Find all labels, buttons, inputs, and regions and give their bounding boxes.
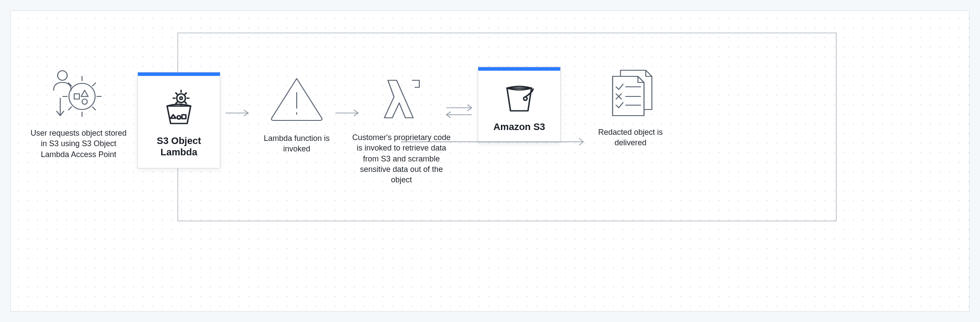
node-redacted: Redacted object is delivered (587, 67, 674, 148)
card-amazon-s3: Amazon S3 (478, 67, 561, 143)
svg-line-25 (176, 102, 177, 103)
arrow-long-right-icon (400, 133, 588, 151)
node-user-request-caption: User requests object stored in S3 using … (28, 128, 129, 160)
svg-rect-10 (74, 94, 79, 99)
arrow-right-icon (335, 109, 362, 117)
documents-icon (602, 67, 659, 119)
svg-line-7 (93, 83, 96, 86)
svg-point-12 (82, 99, 87, 104)
svg-point-15 (177, 116, 181, 119)
node-customer-code: Customer's proprietary code is invoked t… (349, 72, 454, 185)
svg-line-23 (176, 93, 177, 94)
user-gear-icon (48, 68, 109, 120)
svg-point-18 (180, 97, 182, 99)
diagram-canvas: User requests object stored in S3 using … (10, 10, 970, 312)
node-user-request: User requests object stored in S3 using … (28, 68, 129, 160)
node-redacted-caption: Redacted object is delivered (591, 127, 670, 148)
svg-marker-11 (81, 90, 88, 96)
card-s3-object-lambda-title: S3 Object Lambda (157, 135, 201, 158)
card-s3-object-lambda: S3 Object Lambda (137, 72, 220, 168)
card-accent-bar (478, 67, 560, 71)
arrow-right-icon (225, 109, 252, 117)
svg-rect-16 (182, 115, 186, 119)
svg-line-26 (185, 102, 186, 103)
svg-line-24 (185, 93, 186, 94)
svg-line-9 (93, 107, 96, 110)
svg-point-17 (177, 94, 185, 103)
warning-triangle-icon (268, 73, 325, 125)
bucket-gear-icon (159, 86, 199, 129)
double-arrow-icon (443, 103, 475, 120)
card-accent-bar (138, 72, 220, 76)
bucket-icon (502, 80, 537, 115)
svg-point-0 (58, 71, 67, 80)
card-amazon-s3-title: Amazon S3 (493, 121, 545, 133)
lambda-icon (377, 72, 425, 124)
node-lambda-invoked-caption: Lambda function is invoked (257, 133, 336, 154)
node-lambda-invoked: Lambda function is invoked (251, 73, 343, 154)
svg-line-8 (69, 107, 72, 110)
svg-marker-14 (171, 115, 176, 118)
